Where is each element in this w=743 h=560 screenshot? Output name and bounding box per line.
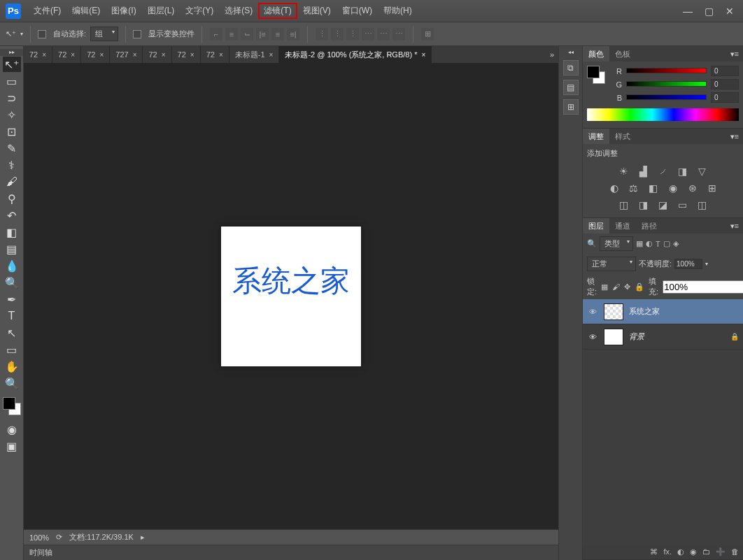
document-tab[interactable]: 未标题-1× xyxy=(229,46,280,63)
status-sync-icon[interactable]: ⟳ xyxy=(56,533,62,542)
layer-row[interactable]: 👁背景🔒 xyxy=(583,324,743,350)
tab-styles[interactable]: 样式 xyxy=(609,129,636,144)
posterize-icon[interactable]: ◨ xyxy=(637,199,651,210)
layer-mask-icon[interactable]: ◐ xyxy=(677,547,684,557)
vibrance-icon[interactable]: ▽ xyxy=(695,166,709,177)
toolbox-expand-icon[interactable]: ▸▸ xyxy=(0,49,23,56)
color-spectrum[interactable] xyxy=(587,108,739,121)
layer-thumbnail[interactable] xyxy=(604,303,623,320)
blur-tool[interactable]: 💧 xyxy=(3,258,21,273)
auto-select-checkbox[interactable] xyxy=(38,30,46,38)
close-tab-icon[interactable]: × xyxy=(42,51,46,59)
new-fill-icon[interactable]: ◉ xyxy=(690,547,697,557)
new-layer-icon[interactable]: ➕ xyxy=(716,547,726,557)
layer-visibility-icon[interactable]: 👁 xyxy=(587,333,598,341)
zoom-level[interactable]: 100% xyxy=(29,533,49,542)
document-tab[interactable]: 未标题-2 @ 100% (系统之家, RGB/8) *× xyxy=(279,46,432,63)
path-selection-tool[interactable]: ↖ xyxy=(3,325,21,340)
layer-row[interactable]: 👁系统之家 xyxy=(583,299,743,324)
menu-y[interactable]: 文字(Y) xyxy=(180,3,219,19)
properties-panel-icon[interactable]: ⊞ xyxy=(563,99,579,115)
crop-tool[interactable]: ⊡ xyxy=(3,124,21,139)
selective-color-icon[interactable]: ◫ xyxy=(695,199,709,210)
align-left-icon[interactable]: |≡ xyxy=(255,27,269,41)
fill-input[interactable] xyxy=(663,280,743,294)
new-group-icon[interactable]: 🗀 xyxy=(702,547,710,556)
menu-s[interactable]: 选择(S) xyxy=(219,3,258,19)
document-tab[interactable]: 72× xyxy=(201,46,229,63)
show-transform-checkbox[interactable] xyxy=(133,30,141,38)
close-tab-icon[interactable]: × xyxy=(219,51,223,59)
document-tab[interactable]: 72× xyxy=(143,46,171,63)
color-swatches[interactable] xyxy=(3,397,21,415)
layer-filter-dropdown[interactable]: 类型 xyxy=(600,236,633,251)
close-tab-icon[interactable]: × xyxy=(269,51,274,59)
actions-panel-icon[interactable]: ▤ xyxy=(563,80,579,95)
auto-select-mode-dropdown[interactable]: 组 xyxy=(90,27,118,41)
tab-paths[interactable]: 路径 xyxy=(636,218,663,234)
eyedropper-tool[interactable]: ✎ xyxy=(3,141,21,156)
levels-icon[interactable]: ▟ xyxy=(637,166,651,177)
g-slider[interactable] xyxy=(626,81,707,88)
lock-transparency-icon[interactable]: ▦ xyxy=(601,282,608,292)
filter-type-icon[interactable]: T xyxy=(656,240,660,248)
distribute-hcenter-icon[interactable]: ⋯ xyxy=(376,27,390,41)
color-fg-bg-swatch[interactable] xyxy=(587,66,605,84)
panel-menu-icon[interactable]: ▾≡ xyxy=(726,129,743,144)
document-info[interactable]: 文档:117.2K/39.1K xyxy=(69,532,134,543)
g-value-input[interactable]: 0 xyxy=(711,79,739,89)
timeline-panel[interactable]: 时间轴 xyxy=(24,545,558,560)
gradient-tool[interactable]: ▤ xyxy=(3,241,21,257)
tab-color[interactable]: 颜色 xyxy=(583,46,609,62)
shape-tool[interactable]: ▭ xyxy=(3,342,21,357)
menu-w[interactable]: 窗口(W) xyxy=(337,3,378,19)
layer-visibility-icon[interactable]: 👁 xyxy=(587,308,598,316)
quick-mask-tool[interactable]: ◉ xyxy=(3,422,21,437)
distribute-bottom-icon[interactable]: ⋮ xyxy=(346,27,360,41)
color-lookup-icon[interactable]: ⊞ xyxy=(705,182,719,194)
tab-adjustments[interactable]: 调整 xyxy=(583,129,609,144)
align-bottom-icon[interactable]: ⌙ xyxy=(240,27,254,41)
menu-t[interactable]: 滤镜(T) xyxy=(258,3,297,19)
distribute-left-icon[interactable]: ⋯ xyxy=(361,27,375,41)
document-tab[interactable]: 72× xyxy=(52,46,81,63)
align-right-icon[interactable]: ≡| xyxy=(286,27,300,41)
gradient-map-icon[interactable]: ▭ xyxy=(676,199,690,210)
menu-f[interactable]: 文件(F) xyxy=(28,3,66,19)
layer-thumbnail[interactable] xyxy=(604,329,623,345)
close-button[interactable]: ✕ xyxy=(719,4,740,18)
close-tab-icon[interactable]: × xyxy=(99,51,104,59)
lock-position-icon[interactable]: ✥ xyxy=(624,282,630,292)
menu-e[interactable]: 编辑(E) xyxy=(66,3,106,19)
layer-fx-icon[interactable]: fx. xyxy=(663,547,672,556)
opacity-input[interactable] xyxy=(674,259,702,269)
clone-stamp-tool[interactable]: ⚲ xyxy=(3,191,21,206)
hand-tool[interactable]: ✋ xyxy=(3,359,21,374)
channel-mixer-icon[interactable]: ⊛ xyxy=(686,182,700,194)
photo-filter-icon[interactable]: ◉ xyxy=(666,182,680,194)
tool-preset-dropdown-icon[interactable]: ▾ xyxy=(20,31,23,37)
marquee-tool[interactable]: ▭ xyxy=(3,73,21,89)
distribute-top-icon[interactable]: ⋮ xyxy=(315,27,329,41)
filter-shape-icon[interactable]: ▢ xyxy=(663,239,670,248)
color-balance-icon[interactable]: ⚖ xyxy=(627,182,641,194)
history-brush-tool[interactable]: ↶ xyxy=(3,208,21,223)
lock-pixels-icon[interactable]: 🖌 xyxy=(612,282,620,291)
document-tab[interactable]: 727× xyxy=(110,46,143,63)
tabs-overflow-icon[interactable]: » xyxy=(546,46,558,63)
exposure-icon[interactable]: ◨ xyxy=(676,166,690,177)
r-value-input[interactable]: 0 xyxy=(711,66,739,76)
tab-channels[interactable]: 通道 xyxy=(609,218,636,234)
curves-icon[interactable]: ⟋ xyxy=(656,166,670,177)
close-tab-icon[interactable]: × xyxy=(421,51,425,59)
panel-menu-icon[interactable]: ▾≡ xyxy=(726,46,743,62)
maximize-button[interactable]: ▢ xyxy=(698,4,719,18)
threshold-icon[interactable]: ◪ xyxy=(656,199,670,210)
tab-swatches[interactable]: 色板 xyxy=(609,46,636,62)
history-panel-icon[interactable]: ⧉ xyxy=(563,60,579,76)
panel-menu-icon[interactable]: ▾≡ xyxy=(726,218,743,234)
hue-saturation-icon[interactable]: ◐ xyxy=(607,182,621,194)
distribute-vcenter-icon[interactable]: ⋮ xyxy=(330,27,344,41)
brush-tool[interactable]: 🖌 xyxy=(3,174,21,189)
opacity-dropdown-icon[interactable]: ▾ xyxy=(705,261,708,267)
